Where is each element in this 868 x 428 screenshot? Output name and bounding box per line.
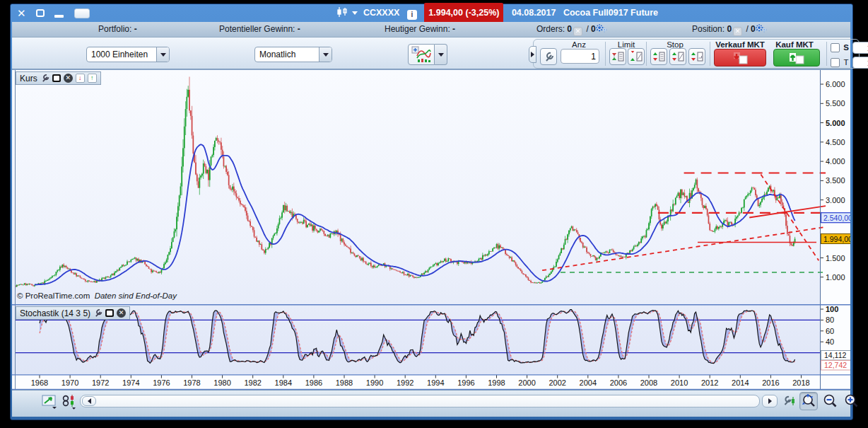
stop-trailing-order-button[interactable] [688, 48, 705, 65]
svg-text:1.500: 1.500 [826, 254, 845, 262]
take-profit-checkbox[interactable] [831, 58, 840, 67]
stop-buy-order-button[interactable] [669, 48, 686, 65]
svg-text:100: 100 [826, 305, 838, 313]
axis-wrench-icon [782, 394, 797, 410]
chart-type-dropdown-icon[interactable] [435, 44, 447, 65]
svg-text:1976: 1976 [153, 378, 170, 387]
stop-loss-input[interactable] [852, 42, 868, 54]
scroll-left-icon[interactable] [82, 396, 96, 406]
stop-loss-checkbox[interactable] [831, 43, 840, 52]
units-select[interactable]: 1000 Einheiten [86, 47, 170, 62]
sell-market-button[interactable] [714, 49, 766, 66]
svg-text:12,742: 12,742 [824, 361, 847, 369]
units-select-arrow-icon[interactable] [156, 47, 169, 62]
timeframe-select-arrow-icon[interactable] [319, 47, 332, 62]
chart-type-button[interactable] [408, 44, 435, 65]
chart-type-icon [411, 46, 431, 63]
svg-text:1986: 1986 [305, 378, 322, 387]
trading-panel-collapse-handle[interactable] [529, 46, 536, 63]
stoch-close-icon[interactable]: ✕ [117, 308, 126, 318]
price-settings-wrench-icon[interactable] [40, 74, 49, 83]
stochastic-layer [16, 310, 820, 364]
svg-text:5.000: 5.000 [826, 119, 845, 127]
price-sell-shortcut-icon[interactable]: ↓ [76, 74, 85, 83]
qty-input[interactable] [561, 49, 599, 64]
minimize-window-icon[interactable] [54, 15, 64, 18]
svg-text:2004: 2004 [580, 378, 597, 387]
keyboard-icon[interactable] [74, 8, 90, 18]
chart-region: 6.0005.5005.0004.5004.0003.5003.0001.500… [12, 69, 850, 390]
price-panel-tab[interactable]: Kurs ✕ ↓ ↑ [16, 71, 101, 85]
svg-text:40: 40 [826, 337, 834, 346]
svg-text:1978: 1978 [183, 378, 200, 387]
svg-text:2002: 2002 [549, 378, 565, 387]
chart-h-scrollbar[interactable] [80, 395, 760, 407]
today-gain-stat: Heutiger Gewinn: - [385, 24, 455, 34]
sell-arrow-icon [731, 52, 749, 64]
timeframe-select[interactable]: Monatlich [254, 47, 332, 62]
symbol-dropdown-icon[interactable] [352, 11, 358, 15]
stoch-panel-title: Stochastik (14 3 5) [20, 308, 90, 318]
svg-text:1990: 1990 [366, 378, 383, 387]
orders-stat: Orders: 0✕ / 0 [536, 24, 607, 36]
stoch-d-value-box: 12,742 [821, 361, 851, 371]
svg-text:2014: 2014 [732, 378, 749, 387]
price-close-icon[interactable]: ✕ [64, 74, 73, 83]
svg-text:4.500: 4.500 [826, 138, 845, 146]
scroll-right-icon[interactable] [762, 395, 778, 407]
svg-text:1980: 1980 [213, 378, 230, 387]
stoch-maximize-icon[interactable] [105, 309, 114, 317]
price-chart-canvas[interactable]: 6.0005.5005.0004.5004.0003.5003.0001.500… [12, 69, 850, 390]
buy-arrow-icon [787, 52, 806, 64]
position-stat: Position: 0✕ / 0 [692, 24, 767, 36]
svg-text:1988: 1988 [336, 378, 353, 387]
instrument-name: Cocoa Full0917 Future [563, 8, 658, 18]
portfolio-stat: Portfolio: - [98, 24, 137, 34]
close-position-icon[interactable]: ✕ [733, 27, 742, 36]
last-price-box: 1.994,00 [821, 234, 851, 244]
svg-text:1972: 1972 [92, 378, 109, 387]
stop-sell-order-button[interactable] [650, 48, 667, 65]
close-window-icon[interactable]: ✕ [17, 8, 26, 18]
limit-sell-order-button[interactable] [609, 48, 626, 65]
symbol-name[interactable]: CCXXXX [363, 8, 399, 18]
svg-text:2010: 2010 [671, 378, 688, 387]
titlebar: CCXXXX i 1.994,00 (-3,25%) 04.08.2017 Co… [336, 3, 658, 23]
candlestick-icon [336, 6, 348, 18]
candles-layer [15, 77, 795, 288]
take-profit-input[interactable] [852, 57, 868, 69]
svg-text:60: 60 [826, 327, 834, 335]
svg-text:1.994,00: 1.994,00 [823, 235, 850, 243]
price-maximize-icon[interactable] [52, 74, 61, 82]
account-info-bar: Portfolio: - Potentieller Gewinn: - Heut… [12, 22, 850, 37]
draw-arrow-icon [42, 394, 59, 410]
last-price-badge: 1.994,00 (-3,25%) [424, 3, 503, 23]
copyright-note: © ProRealTime.com Daten sind End-of-Day [17, 291, 177, 300]
svg-text:1.000: 1.000 [826, 273, 845, 282]
maximize-window-icon[interactable] [36, 9, 45, 17]
bottom-toolbar [12, 390, 850, 417]
buy-market-button[interactable] [773, 49, 820, 66]
order-settings-button[interactable] [540, 48, 557, 65]
svg-text:2016: 2016 [762, 378, 779, 387]
drawing-tools-button[interactable] [41, 393, 59, 410]
svg-text:80: 80 [826, 316, 834, 324]
window-controls: ✕ [17, 6, 97, 21]
svg-text:1982: 1982 [244, 378, 261, 387]
info-icon[interactable]: i [407, 10, 417, 20]
stoch-settings-wrench-icon[interactable] [93, 308, 102, 318]
zoom-selection-button[interactable] [799, 392, 818, 410]
link-objects-button[interactable] [61, 393, 77, 410]
zoom-out-button[interactable] [821, 392, 839, 410]
limit-buy-order-button[interactable] [628, 48, 645, 65]
zoom-in-button[interactable] [842, 392, 860, 410]
orders-settings-gear-icon[interactable] [596, 24, 607, 33]
svg-text:1998: 1998 [488, 378, 505, 387]
svg-text:2.540,00: 2.540,00 [823, 214, 850, 222]
cancel-orders-icon[interactable]: ✕ [573, 27, 582, 36]
stoch-panel-tab[interactable]: Stochastik (14 3 5) ✕ [16, 306, 130, 320]
position-settings-gear-icon[interactable] [756, 24, 767, 33]
axis-settings-button[interactable] [781, 393, 798, 411]
price-buy-shortcut-icon[interactable]: ↑ [88, 74, 97, 83]
price-panel-title: Kurs [20, 74, 37, 83]
